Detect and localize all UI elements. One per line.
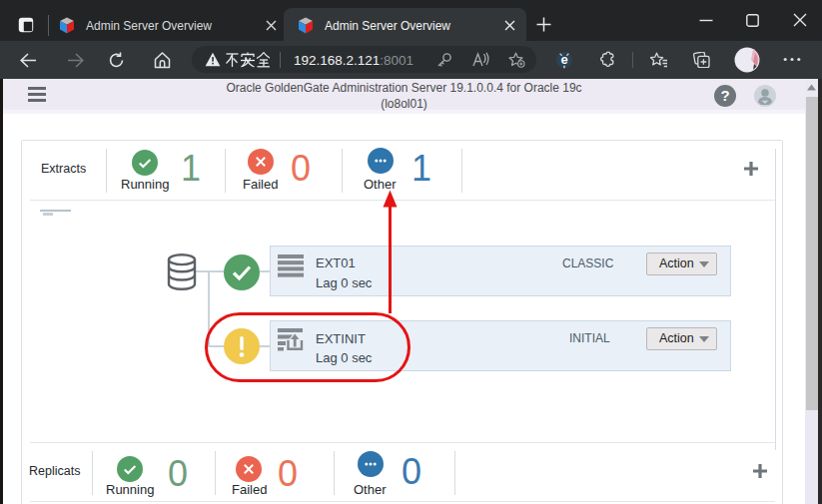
svg-text:?: ? (720, 87, 729, 104)
svg-text:e: e (560, 52, 567, 67)
